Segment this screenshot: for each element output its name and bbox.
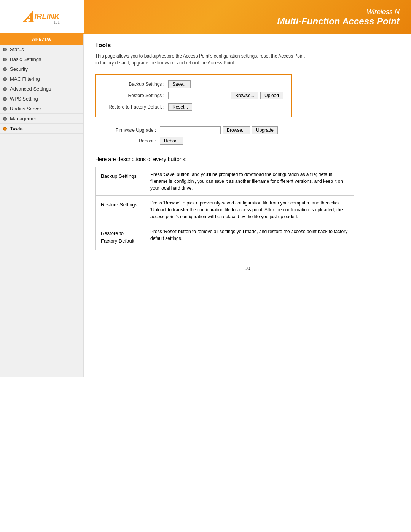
reboot-label: Reboot : — [95, 138, 156, 144]
desc-heading: Here are descriptions of every buttons: — [95, 156, 400, 162]
restore-upload-button[interactable]: Upload — [260, 92, 283, 99]
restore-factory-row: Restore to Factory Default : Reset... — [104, 103, 283, 111]
sidebar-item-radius-server-label: Radius Server — [10, 106, 41, 112]
banner-title-top: Wireless N — [366, 8, 400, 16]
table-cell-backup-label: Backup Settings — [96, 167, 145, 196]
content-area: Tools This page allows you to backup/res… — [84, 34, 411, 377]
sidebar-item-basic-settings-label: Basic Settings — [10, 56, 41, 62]
table-cell-restore-desc: Press 'Browse' to pick a previously-save… — [145, 196, 354, 224]
sidebar-item-management-label: Management — [10, 116, 39, 121]
table-cell-factory-desc: Press 'Reset' button to remove all setti… — [145, 224, 354, 250]
firmware-upgrade-row: Firmware Upgrade : Browse... Upgrade — [95, 126, 400, 134]
basic-settings-bullet-icon — [3, 58, 7, 61]
firmware-upgrade-label: Firmware Upgrade : — [95, 128, 156, 133]
table-row: Backup Settings Press 'Save' button, and… — [96, 167, 354, 196]
backup-settings-label: Backup Settings : — [104, 81, 164, 87]
restore-settings-row: Restore Settings : Browse... Upload — [104, 92, 283, 99]
radius-server-bullet-icon — [3, 107, 7, 111]
logo-image: 𝑨 IRLINK 101 — [24, 9, 60, 24]
sidebar-item-tools-label: Tools — [10, 126, 23, 131]
sidebar-item-status[interactable]: Status — [0, 45, 83, 54]
table-cell-factory-label: Restore to Factory Default — [96, 224, 145, 250]
sidebar-item-wps-setting-label: WPS Setting — [10, 96, 38, 102]
sidebar-item-security[interactable]: Security — [0, 64, 83, 74]
sidebar-item-advanced-settings-label: Advanced Settings — [10, 86, 51, 92]
table-row: Restore Settings Press 'Browse' to pick … — [96, 196, 354, 224]
restore-settings-label: Restore Settings : — [104, 93, 164, 98]
mac-filtering-bullet-icon — [3, 77, 7, 81]
restore-file-input[interactable] — [168, 92, 229, 99]
sidebar-item-mac-filtering[interactable]: MAC Filtering — [0, 74, 83, 84]
sidebar-item-status-label: Status — [10, 46, 24, 52]
backup-settings-row: Backup Settings : Save... — [104, 80, 283, 88]
header: 𝑨 IRLINK 101 Wireless N Multi-Function A… — [0, 0, 411, 34]
sidebar-item-mac-filtering-label: MAC Filtering — [10, 76, 40, 82]
tools-bullet-icon — [3, 127, 7, 131]
logo-area: 𝑨 IRLINK 101 — [0, 0, 84, 34]
sidebar-item-basic-settings[interactable]: Basic Settings — [0, 54, 83, 64]
restore-settings-controls: Browse... Upload — [168, 92, 283, 99]
header-banner: Wireless N Multi-Function Access Point — [84, 0, 411, 34]
sidebar-item-security-label: Security — [10, 66, 28, 72]
restore-factory-controls: Reset... — [168, 103, 192, 111]
restore-browse-button[interactable]: Browse... — [231, 92, 258, 99]
page-title: Tools — [95, 42, 400, 49]
advanced-settings-bullet-icon — [3, 87, 7, 91]
status-bullet-icon — [3, 48, 7, 51]
sidebar-item-radius-server[interactable]: Radius Server — [0, 104, 83, 114]
logo-airlink-text: IRLINK — [34, 13, 60, 20]
logo-name: IRLINK 101 — [34, 13, 60, 24]
logo-wing-icon: 𝑨 — [24, 9, 34, 24]
descriptions-table: Backup Settings Press 'Save' button, and… — [95, 167, 354, 250]
save-button[interactable]: Save... — [168, 80, 191, 88]
management-bullet-icon — [3, 117, 7, 121]
wps-setting-bullet-icon — [3, 97, 7, 101]
firmware-upgrade-button[interactable]: Upgrade — [252, 126, 278, 134]
firmware-browse-button[interactable]: Browse... — [223, 126, 250, 134]
backup-settings-controls: Save... — [168, 80, 191, 88]
firmware-file-input[interactable] — [160, 126, 221, 134]
page-number: 50 — [95, 265, 400, 271]
sidebar-item-tools[interactable]: Tools — [0, 124, 83, 134]
table-cell-restore-label: Restore Settings — [96, 196, 145, 224]
banner-title-bottom: Multi-Function Access Point — [277, 16, 400, 27]
security-bullet-icon — [3, 67, 7, 71]
firmware-upgrade-controls: Browse... Upgrade — [160, 126, 278, 134]
reset-button[interactable]: Reset... — [168, 103, 192, 111]
table-cell-backup-desc: Press 'Save' button, and you'll be promp… — [145, 167, 354, 196]
logo-container: 𝑨 IRLINK 101 — [24, 9, 60, 24]
restore-factory-label: Restore to Factory Default : — [104, 104, 164, 110]
sidebar-item-management[interactable]: Management — [0, 114, 83, 124]
logo-101-text: 101 — [34, 20, 60, 24]
sidebar-item-wps-setting[interactable]: WPS Setting — [0, 94, 83, 104]
settings-box: Backup Settings : Save... Restore Settin… — [95, 74, 292, 117]
sidebar: AP671W Status Basic Settings Security MA… — [0, 34, 84, 377]
main-layout: AP671W Status Basic Settings Security MA… — [0, 34, 411, 377]
table-row: Restore to Factory Default Press 'Reset'… — [96, 224, 354, 250]
sidebar-item-advanced-settings[interactable]: Advanced Settings — [0, 84, 83, 94]
page-description: This page allows you to backup/restore t… — [95, 53, 308, 66]
reboot-controls: Reboot — [160, 137, 183, 145]
reboot-button[interactable]: Reboot — [160, 137, 183, 145]
reboot-row: Reboot : Reboot — [95, 137, 400, 145]
device-model: AP671W — [0, 34, 83, 45]
